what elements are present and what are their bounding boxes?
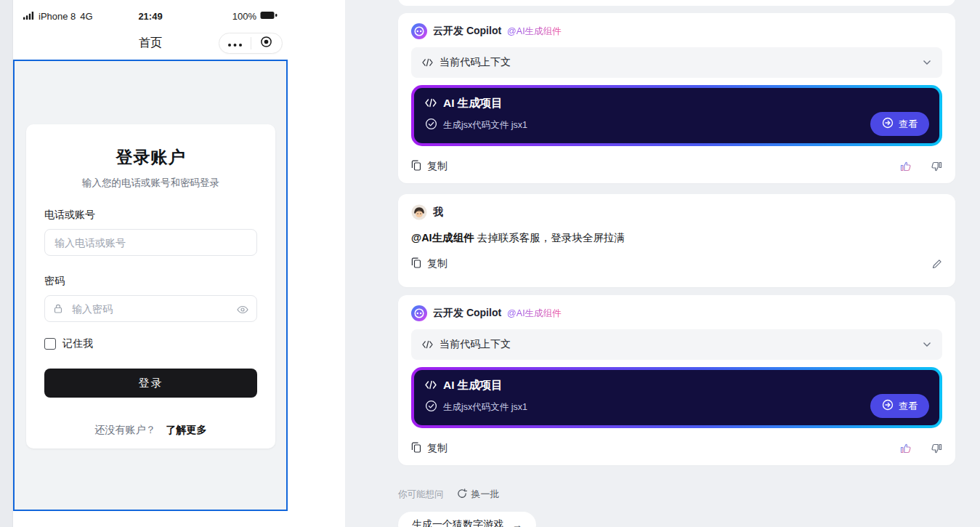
- account-input[interactable]: [44, 229, 257, 256]
- more-menu-button[interactable]: [219, 33, 251, 53]
- view-button[interactable]: 查看: [870, 394, 929, 418]
- suggestion-chip-label: 生成一个猜数字游戏: [412, 518, 503, 527]
- copy-label: 复制: [427, 257, 448, 270]
- exit-miniprogram-button[interactable]: [251, 33, 283, 53]
- chevron-down-icon: [923, 342, 931, 347]
- assistant-message-card: 云开发 Copilot @AI生成组件 当前代码上下文 AI 生成项目: [398, 295, 955, 465]
- refresh-icon: [457, 488, 467, 501]
- feedback-icons: [900, 443, 942, 454]
- user-mention: @AI生成组件: [411, 232, 474, 244]
- copy-button[interactable]: 复制: [411, 160, 448, 174]
- project-status-row: 生成jsx代码文件 jsx1: [425, 118, 928, 133]
- code-icon: [422, 58, 433, 67]
- message-header: 云开发 Copilot @AI生成组件: [411, 23, 942, 40]
- code-icon: [425, 379, 437, 393]
- message-footer: 复制: [411, 255, 942, 273]
- code-icon: [422, 340, 433, 349]
- thumbs-down-button[interactable]: [931, 443, 942, 454]
- copy-button[interactable]: 复制: [411, 442, 448, 456]
- project-title: AI 生成项目: [443, 378, 503, 393]
- user-message-card: 我 @AI生成组件去掉联系客服，登录块全屏拉满 复制: [398, 194, 955, 287]
- copy-button[interactable]: 复制: [411, 257, 448, 271]
- left-gutter: [0, 0, 13, 527]
- project-status: 生成jsx代码文件 jsx1: [443, 119, 527, 132]
- login-card: 登录账户 输入您的电话或账号和密码登录 电话或账号 密码: [26, 124, 275, 448]
- login-submit-button[interactable]: 登录: [44, 369, 257, 398]
- thumbs-down-button[interactable]: [931, 161, 942, 172]
- remember-me-label: 记住我: [62, 337, 93, 350]
- thumbs-up-button[interactable]: [900, 161, 912, 172]
- refresh-suggestions-button[interactable]: 换一批: [457, 488, 500, 501]
- remember-me-row: 记住我: [44, 337, 257, 350]
- project-status: 生成jsx代码文件 jsx1: [443, 401, 527, 414]
- copilot-avatar: [411, 23, 427, 39]
- copy-icon: [411, 160, 421, 174]
- suggestions-hint: 你可能想问: [398, 488, 444, 501]
- copy-label: 复制: [427, 160, 448, 173]
- message-footer: 复制: [411, 440, 942, 457]
- user-text: 去掉联系客服，登录块全屏拉满: [477, 232, 625, 244]
- view-button[interactable]: 查看: [870, 112, 929, 136]
- login-title: 登录账户: [44, 146, 257, 169]
- thumbs-up-button[interactable]: [900, 443, 912, 454]
- phone-navbar: 首页: [13, 26, 288, 60]
- feedback-icons: [900, 161, 942, 172]
- mention-badge: @AI生成组件: [507, 307, 562, 320]
- account-label: 电话或账号: [44, 209, 257, 222]
- context-label: 当前代码上下文: [440, 56, 511, 69]
- suggestions-row: 你可能想问 换一批: [398, 488, 500, 501]
- user-avatar: [411, 204, 427, 220]
- project-status-row: 生成jsx代码文件 jsx1: [425, 400, 928, 415]
- login-subtitle: 输入您的电话或账号和密码登录: [44, 177, 257, 190]
- more-dots-icon: [227, 37, 243, 50]
- message-header: 云开发 Copilot @AI生成组件: [411, 305, 942, 322]
- phone-status-bar: iPhone 8 4G 21:49 100%: [13, 0, 288, 26]
- author-name: 云开发 Copilot: [433, 307, 501, 320]
- no-account-text: 还没有账户？: [95, 424, 156, 435]
- arrow-right-circle-icon: [882, 117, 894, 131]
- view-button-label: 查看: [899, 400, 918, 413]
- password-label: 密码: [44, 275, 257, 288]
- copy-icon: [411, 257, 421, 271]
- miniprogram-capsule: [219, 33, 283, 54]
- password-input[interactable]: [44, 295, 257, 322]
- copy-label: 复制: [427, 442, 448, 455]
- message-header: 我: [411, 204, 942, 221]
- suggestion-chip[interactable]: 生成一个猜数字游戏 →: [398, 512, 536, 527]
- code-icon: [425, 97, 437, 110]
- author-name: 我: [433, 206, 443, 219]
- context-label: 当前代码上下文: [440, 338, 511, 351]
- account-input-wrap: [44, 229, 257, 256]
- project-title-row: AI 生成项目: [425, 378, 928, 393]
- message-footer: 复制: [411, 158, 942, 175]
- password-input-wrap: [44, 295, 257, 322]
- phone-simulator-panel: iPhone 8 4G 21:49 100% 首页: [13, 0, 345, 527]
- copy-icon: [411, 442, 421, 456]
- copilot-chat-panel: 云开发 Copilot @AI生成组件 当前代码上下文 AI 生成项目: [345, 0, 980, 527]
- remember-me-checkbox[interactable]: [44, 338, 56, 350]
- phone-viewport-frame: 登录账户 输入您的电话或账号和密码登录 电话或账号 密码: [13, 60, 288, 511]
- arrow-right-circle-icon: [882, 399, 894, 413]
- copilot-avatar: [411, 305, 427, 321]
- user-message-text: @AI生成组件去掉联系客服，登录块全屏拉满: [411, 230, 942, 245]
- status-time: 21:49: [13, 11, 288, 22]
- project-card: AI 生成项目 生成jsx代码文件 jsx1 查看: [411, 367, 942, 428]
- eye-icon[interactable]: [237, 304, 248, 317]
- author-name: 云开发 Copilot: [433, 25, 501, 38]
- check-circle-icon: [425, 118, 437, 133]
- arrow-right-icon: →: [512, 519, 522, 527]
- project-title-row: AI 生成项目: [425, 96, 928, 111]
- context-collapse-bar[interactable]: 当前代码上下文: [411, 47, 942, 78]
- edit-button[interactable]: [931, 259, 942, 270]
- context-collapse-bar[interactable]: 当前代码上下文: [411, 329, 942, 360]
- login-footer: 还没有账户？ 了解更多: [44, 424, 257, 437]
- app-window: iPhone 8 4G 21:49 100% 首页: [0, 0, 980, 527]
- mention-badge: @AI生成组件: [507, 25, 562, 38]
- lock-icon: [53, 303, 63, 317]
- edit-icons: [931, 259, 942, 270]
- view-button-label: 查看: [899, 118, 918, 131]
- project-title: AI 生成项目: [443, 96, 503, 111]
- record-circle-icon: [260, 36, 272, 51]
- previous-message-card-partial: [398, 0, 955, 6]
- learn-more-link[interactable]: 了解更多: [166, 424, 206, 435]
